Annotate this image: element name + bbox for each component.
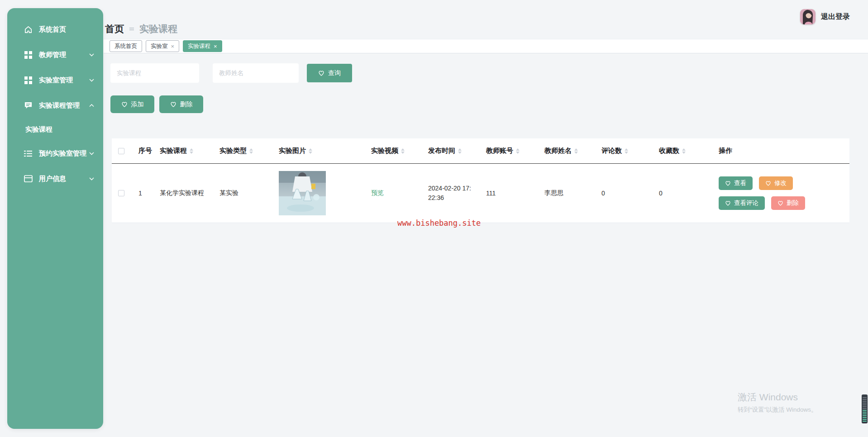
- sort-icon[interactable]: [401, 148, 405, 154]
- header-time: 发布时间: [428, 147, 455, 155]
- card-icon: [24, 174, 33, 183]
- header-account: 教师账号: [486, 147, 513, 155]
- row-index: 1: [138, 190, 142, 197]
- sort-icon[interactable]: [249, 148, 253, 154]
- tab-system-home[interactable]: 系统首页: [110, 40, 142, 52]
- tab-label: 实验课程: [188, 43, 210, 50]
- breadcrumb-home[interactable]: 首页: [105, 23, 124, 35]
- select-all-checkbox[interactable]: [118, 148, 124, 154]
- row-favorites-count: 0: [659, 190, 663, 197]
- view-button[interactable]: 查看: [719, 176, 753, 190]
- sort-icon[interactable]: [458, 148, 462, 154]
- avatar[interactable]: [800, 9, 816, 24]
- sidebar-item-user-info[interactable]: 用户信息: [7, 168, 103, 189]
- breadcrumb: 首页 实验课程: [105, 23, 177, 35]
- row-delete-button[interactable]: 删除: [771, 196, 805, 210]
- row-teacher-account: 111: [486, 190, 496, 197]
- header-operations: 操作: [719, 147, 732, 155]
- sort-icon[interactable]: [190, 148, 193, 154]
- add-button-label: 添加: [131, 100, 144, 109]
- sidebar-item-course-mgmt[interactable]: 实验课程管理: [7, 95, 103, 116]
- sidebar-item-teacher-mgmt[interactable]: 教师管理: [7, 44, 103, 65]
- sort-icon[interactable]: [574, 148, 578, 154]
- sidebar-item-label: 实验室管理: [39, 76, 73, 85]
- row-teacher-name: 李思思: [544, 189, 563, 197]
- view-comments-button-label: 查看评论: [734, 199, 758, 207]
- header-type: 实验类型: [219, 147, 247, 155]
- breadcrumb-separator-icon: [129, 28, 134, 30]
- heart-icon: [318, 70, 324, 76]
- header-video: 实验视频: [371, 147, 398, 155]
- chevron-up-icon: [89, 104, 94, 107]
- heart-icon: [121, 101, 128, 107]
- delete-button[interactable]: 删除: [159, 95, 203, 113]
- delete-button-label: 删除: [180, 100, 193, 109]
- sort-icon[interactable]: [682, 148, 686, 154]
- header-course: 实验课程: [160, 147, 187, 155]
- tab-lab[interactable]: 实验室 ×: [146, 40, 179, 52]
- header-index: 序号: [138, 147, 152, 155]
- sidebar-item-label: 用户信息: [39, 175, 66, 183]
- experiment-photo[interactable]: [279, 171, 326, 215]
- chevron-down-icon: [89, 152, 94, 155]
- sidebar-item-label: 系统首页: [39, 25, 66, 34]
- row-publish-time: 2024-02-20 17:22:36: [428, 184, 473, 203]
- breadcrumb-current: 实验课程: [139, 23, 177, 35]
- heart-icon: [765, 180, 771, 186]
- teacher-search-input[interactable]: [213, 63, 299, 83]
- home-icon: [24, 25, 33, 34]
- close-icon[interactable]: ×: [214, 43, 217, 50]
- sidebar-item-label: 预约实验室管理: [39, 149, 86, 158]
- grid-icon: [24, 50, 33, 59]
- edge-widget-bottom-stripes: [863, 409, 867, 422]
- sidebar: 系统首页 教师管理 实验室管理 实验课程管理 实验课程: [7, 8, 103, 429]
- row-actions: 查看 修改 查看评论 删除: [719, 176, 805, 210]
- windows-activation-subtitle: 转到“设置”以激活 Windows。: [738, 406, 817, 414]
- view-button-label: 查看: [734, 179, 746, 187]
- sort-icon[interactable]: [516, 148, 520, 154]
- sidebar-item-label: 教师管理: [39, 51, 66, 59]
- course-search-input[interactable]: [110, 63, 199, 83]
- row-course: 某化学实验课程: [160, 189, 204, 197]
- add-button[interactable]: 添加: [110, 95, 154, 113]
- sidebar-subitem-label: 实验课程: [25, 125, 52, 134]
- row-delete-button-label: 删除: [787, 199, 799, 207]
- list-icon: [24, 149, 33, 158]
- query-button[interactable]: 查询: [307, 64, 352, 82]
- grid-icon: [24, 76, 33, 85]
- sidebar-item-lab-mgmt[interactable]: 实验室管理: [7, 70, 103, 90]
- tab-strip: 系统首页 实验室 × 实验课程 ×: [104, 39, 868, 53]
- windows-activation-title: 激活 Windows: [738, 391, 817, 404]
- header-favorites: 收藏数: [659, 147, 679, 155]
- edge-scroll-widget[interactable]: [862, 394, 868, 423]
- edit-button-label: 修改: [774, 179, 787, 187]
- edge-widget-top-stripes: [863, 396, 867, 409]
- header-comments: 评论数: [601, 147, 622, 155]
- sidebar-item-home[interactable]: 系统首页: [7, 19, 103, 40]
- chevron-down-icon: [89, 79, 94, 82]
- edit-button[interactable]: 修改: [759, 176, 793, 190]
- table-header-row: 序号 实验课程 实验类型 实验图片 实验视频 发布时间 教师账号 教师姓名 评论…: [112, 138, 849, 164]
- query-button-label: 查询: [328, 69, 341, 77]
- course-table: 序号 实验课程 实验类型 实验图片 实验视频 发布时间 教师账号 教师姓名 评论…: [112, 138, 849, 223]
- chevron-down-icon: [89, 53, 94, 57]
- heart-icon: [170, 101, 176, 107]
- user-area: 退出登录: [800, 9, 850, 24]
- logout-button[interactable]: 退出登录: [821, 12, 850, 22]
- table-row: 1 某化学实验课程 某实验 预览 2024-02-20 17:22:36: [112, 164, 849, 223]
- row-checkbox[interactable]: [118, 190, 124, 196]
- view-comments-button[interactable]: 查看评论: [719, 196, 765, 210]
- heart-icon: [725, 180, 731, 186]
- video-preview-link[interactable]: 预览: [371, 189, 384, 197]
- sidebar-item-label: 实验课程管理: [39, 101, 80, 110]
- watermark-text: www.bishebang.site: [397, 218, 481, 228]
- close-icon[interactable]: ×: [171, 43, 175, 50]
- sidebar-item-booking-mgmt[interactable]: 预约实验室管理: [7, 143, 103, 164]
- sidebar-subitem-course[interactable]: 实验课程: [7, 120, 103, 138]
- chevron-down-icon: [89, 177, 94, 180]
- windows-activation-notice: 激活 Windows 转到“设置”以激活 Windows。: [738, 391, 817, 414]
- tab-label: 系统首页: [114, 43, 137, 50]
- tab-course[interactable]: 实验课程 ×: [183, 40, 222, 52]
- sort-icon[interactable]: [625, 148, 628, 154]
- sort-icon[interactable]: [309, 148, 312, 154]
